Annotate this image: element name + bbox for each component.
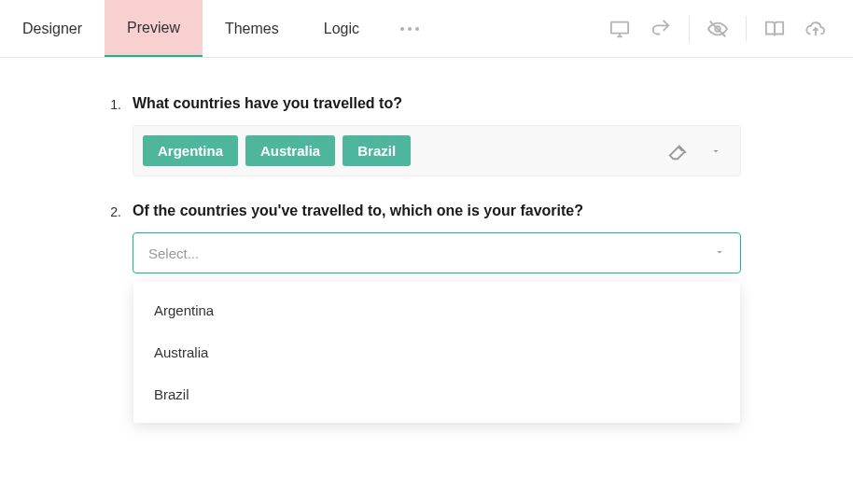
question-1: 1. What countries have you travelled to?… [105,95,741,176]
question-number: 1. [105,95,121,176]
select-placeholder: Select... [148,245,714,261]
visibility-off-icon[interactable] [699,10,736,48]
toolbar-icons [601,0,853,57]
question-number: 2. [105,203,121,273]
book-icon[interactable] [756,10,793,48]
chevron-down-icon [714,245,725,261]
question-title: What countries have you travelled to? [133,95,741,112]
tag[interactable]: Argentina [143,135,238,166]
content: 1. What countries have you travelled to?… [0,58,853,273]
select-input[interactable]: Select... Argentina Australia Brazil [133,232,741,273]
tab-logic[interactable]: Logic [301,0,382,57]
question-body: Of the countries you've travelled to, wh… [133,203,741,273]
tab-designer[interactable]: Designer [0,0,105,57]
tab-label: Logic [324,21,359,37]
tab-themes[interactable]: Themes [203,0,301,57]
dropdown-option[interactable]: Brazil [133,373,740,415]
redo-icon[interactable] [642,10,679,48]
tag[interactable]: Brazil [343,135,411,166]
chevron-down-icon[interactable] [701,146,731,157]
dropdown-option[interactable]: Argentina [133,289,740,331]
toolbar-separator [746,16,747,42]
tab-label: Themes [225,21,279,37]
question-title: Of the countries you've travelled to, wh… [133,203,741,219]
dropdown-option[interactable]: Australia [133,331,740,373]
cloud-upload-icon[interactable] [797,10,834,48]
question-2: 2. Of the countries you've travelled to,… [105,203,741,273]
device-icon[interactable] [601,10,638,48]
dropdown: Argentina Australia Brazil [133,282,740,423]
svg-rect-0 [611,21,628,33]
eraser-icon[interactable] [662,141,693,161]
tab-label: Designer [22,21,82,37]
more-button[interactable] [382,0,438,57]
dots-icon [400,27,404,31]
tab-preview[interactable]: Preview [105,0,203,57]
tag[interactable]: Australia [245,135,335,166]
tabs: Designer Preview Themes Logic [0,0,438,57]
question-body: What countries have you travelled to? Ar… [133,95,741,176]
dots-icon [415,27,419,31]
toolbar-separator [689,16,690,42]
toolbar: Designer Preview Themes Logic [0,0,853,58]
tab-label: Preview [127,20,180,36]
tag-input[interactable]: Argentina Australia Brazil [133,125,741,176]
dots-icon [408,27,412,31]
